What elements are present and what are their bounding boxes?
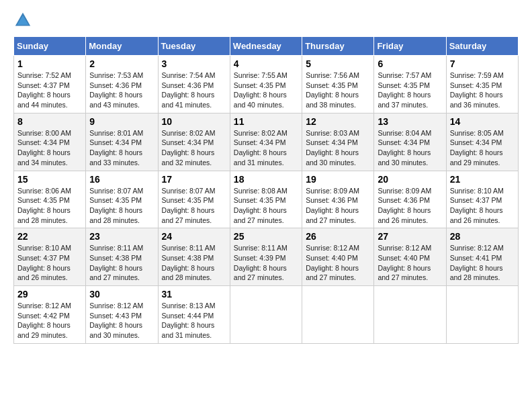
calendar-day-cell: 19 Sunrise: 8:09 AMSunset: 4:36 PMDaylig… bbox=[302, 171, 374, 228]
calendar-day-cell: 29 Sunrise: 8:12 AMSunset: 4:42 PMDaylig… bbox=[14, 286, 86, 344]
day-number: 18 bbox=[234, 174, 298, 185]
calendar-day-cell: 30 Sunrise: 8:12 AMSunset: 4:43 PMDaylig… bbox=[86, 286, 158, 344]
day-number: 17 bbox=[162, 174, 226, 185]
day-number: 30 bbox=[89, 289, 154, 300]
day-number: 29 bbox=[17, 289, 82, 300]
day-number: 23 bbox=[89, 231, 154, 242]
calendar-day-cell: 4 Sunrise: 7:55 AMSunset: 4:35 PMDayligh… bbox=[230, 56, 302, 113]
day-number: 3 bbox=[162, 58, 226, 69]
day-number: 21 bbox=[450, 174, 515, 185]
calendar-week-row: 1 Sunrise: 7:52 AMSunset: 4:37 PMDayligh… bbox=[14, 56, 519, 113]
calendar-day-cell: 1 Sunrise: 7:52 AMSunset: 4:37 PMDayligh… bbox=[14, 56, 86, 113]
day-info: Sunrise: 7:55 AMSunset: 4:35 PMDaylight:… bbox=[234, 71, 287, 109]
calendar-day-cell bbox=[230, 286, 302, 344]
calendar-day-cell: 2 Sunrise: 7:53 AMSunset: 4:36 PMDayligh… bbox=[86, 56, 158, 113]
page-header bbox=[13, 11, 519, 30]
calendar-day-cell bbox=[302, 286, 374, 344]
day-number: 16 bbox=[89, 174, 154, 185]
day-number: 13 bbox=[378, 116, 442, 127]
calendar-day-cell: 12 Sunrise: 8:03 AMSunset: 4:34 PMDaylig… bbox=[302, 113, 374, 171]
day-number: 7 bbox=[450, 58, 515, 69]
calendar-day-header: Saturday bbox=[446, 37, 518, 56]
day-info: Sunrise: 8:13 AMSunset: 4:44 PMDaylight:… bbox=[162, 302, 216, 339]
day-info: Sunrise: 8:11 AMSunset: 4:39 PMDaylight:… bbox=[234, 244, 287, 281]
day-number: 9 bbox=[89, 116, 154, 127]
day-info: Sunrise: 8:07 AMSunset: 4:35 PMDaylight:… bbox=[162, 187, 216, 224]
calendar-week-row: 8 Sunrise: 8:00 AMSunset: 4:34 PMDayligh… bbox=[14, 113, 519, 171]
day-number: 1 bbox=[17, 58, 82, 69]
calendar-day-header: Sunday bbox=[14, 37, 86, 56]
calendar-day-header: Wednesday bbox=[230, 37, 302, 56]
day-info: Sunrise: 8:09 AMSunset: 4:36 PMDaylight:… bbox=[306, 187, 359, 224]
day-number: 8 bbox=[17, 116, 82, 127]
calendar-day-cell: 13 Sunrise: 8:04 AMSunset: 4:34 PMDaylig… bbox=[374, 113, 446, 171]
day-number: 2 bbox=[89, 58, 154, 69]
calendar-day-cell: 17 Sunrise: 8:07 AMSunset: 4:35 PMDaylig… bbox=[158, 171, 230, 228]
day-info: Sunrise: 8:11 AMSunset: 4:38 PMDaylight:… bbox=[162, 244, 216, 281]
day-info: Sunrise: 8:09 AMSunset: 4:36 PMDaylight:… bbox=[378, 187, 431, 224]
calendar-day-cell bbox=[374, 286, 446, 344]
day-info: Sunrise: 7:54 AMSunset: 4:36 PMDaylight:… bbox=[162, 71, 216, 109]
day-info: Sunrise: 7:56 AMSunset: 4:35 PMDaylight:… bbox=[306, 71, 359, 109]
calendar-day-header: Thursday bbox=[302, 37, 374, 56]
day-info: Sunrise: 7:53 AMSunset: 4:36 PMDaylight:… bbox=[89, 71, 143, 109]
day-info: Sunrise: 8:12 AMSunset: 4:43 PMDaylight:… bbox=[89, 302, 143, 339]
day-info: Sunrise: 7:59 AMSunset: 4:35 PMDaylight:… bbox=[450, 71, 504, 109]
day-number: 22 bbox=[17, 231, 82, 242]
day-number: 12 bbox=[306, 116, 370, 127]
day-number: 19 bbox=[306, 174, 370, 185]
calendar-day-cell: 24 Sunrise: 8:11 AMSunset: 4:38 PMDaylig… bbox=[158, 228, 230, 286]
day-info: Sunrise: 8:12 AMSunset: 4:42 PMDaylight:… bbox=[17, 302, 71, 339]
day-number: 28 bbox=[450, 231, 515, 242]
day-info: Sunrise: 8:12 AMSunset: 4:41 PMDaylight:… bbox=[450, 244, 504, 281]
day-info: Sunrise: 8:10 AMSunset: 4:37 PMDaylight:… bbox=[17, 244, 71, 281]
calendar-day-cell: 31 Sunrise: 8:13 AMSunset: 4:44 PMDaylig… bbox=[158, 286, 230, 344]
day-number: 31 bbox=[162, 289, 226, 300]
calendar-day-cell: 14 Sunrise: 8:05 AMSunset: 4:34 PMDaylig… bbox=[446, 113, 518, 171]
day-info: Sunrise: 8:11 AMSunset: 4:38 PMDaylight:… bbox=[89, 244, 143, 281]
day-info: Sunrise: 8:04 AMSunset: 4:34 PMDaylight:… bbox=[378, 129, 431, 167]
calendar-week-row: 29 Sunrise: 8:12 AMSunset: 4:42 PMDaylig… bbox=[14, 286, 519, 344]
day-number: 27 bbox=[378, 231, 442, 242]
logo bbox=[13, 11, 35, 30]
day-info: Sunrise: 8:00 AMSunset: 4:34 PMDaylight:… bbox=[17, 129, 71, 167]
calendar-day-header: Monday bbox=[86, 37, 158, 56]
day-info: Sunrise: 8:06 AMSunset: 4:35 PMDaylight:… bbox=[17, 187, 71, 224]
day-info: Sunrise: 8:05 AMSunset: 4:34 PMDaylight:… bbox=[450, 129, 504, 167]
logo-icon bbox=[13, 11, 32, 30]
day-info: Sunrise: 8:02 AMSunset: 4:34 PMDaylight:… bbox=[234, 129, 287, 167]
calendar-day-cell: 20 Sunrise: 8:09 AMSunset: 4:36 PMDaylig… bbox=[374, 171, 446, 228]
day-number: 20 bbox=[378, 174, 442, 185]
calendar-day-cell: 21 Sunrise: 8:10 AMSunset: 4:37 PMDaylig… bbox=[446, 171, 518, 228]
calendar-day-cell: 16 Sunrise: 8:07 AMSunset: 4:35 PMDaylig… bbox=[86, 171, 158, 228]
day-info: Sunrise: 8:12 AMSunset: 4:40 PMDaylight:… bbox=[306, 244, 359, 281]
day-info: Sunrise: 8:12 AMSunset: 4:40 PMDaylight:… bbox=[378, 244, 431, 281]
day-number: 5 bbox=[306, 58, 370, 69]
day-number: 26 bbox=[306, 231, 370, 242]
day-number: 4 bbox=[234, 58, 298, 69]
calendar-day-cell: 15 Sunrise: 8:06 AMSunset: 4:35 PMDaylig… bbox=[14, 171, 86, 228]
day-number: 15 bbox=[17, 174, 82, 185]
calendar-table: SundayMondayTuesdayWednesdayThursdayFrid… bbox=[13, 36, 519, 344]
calendar-day-cell: 8 Sunrise: 8:00 AMSunset: 4:34 PMDayligh… bbox=[14, 113, 86, 171]
calendar-header-row: SundayMondayTuesdayWednesdayThursdayFrid… bbox=[14, 37, 519, 56]
day-info: Sunrise: 8:02 AMSunset: 4:34 PMDaylight:… bbox=[162, 129, 216, 167]
calendar-day-cell: 9 Sunrise: 8:01 AMSunset: 4:34 PMDayligh… bbox=[86, 113, 158, 171]
day-info: Sunrise: 8:10 AMSunset: 4:37 PMDaylight:… bbox=[450, 187, 504, 224]
calendar-day-cell: 25 Sunrise: 8:11 AMSunset: 4:39 PMDaylig… bbox=[230, 228, 302, 286]
calendar-day-cell: 23 Sunrise: 8:11 AMSunset: 4:38 PMDaylig… bbox=[86, 228, 158, 286]
calendar-day-cell: 22 Sunrise: 8:10 AMSunset: 4:37 PMDaylig… bbox=[14, 228, 86, 286]
day-info: Sunrise: 7:52 AMSunset: 4:37 PMDaylight:… bbox=[17, 71, 71, 109]
day-number: 11 bbox=[234, 116, 298, 127]
calendar-day-cell bbox=[446, 286, 518, 344]
calendar-day-header: Friday bbox=[374, 37, 446, 56]
calendar-week-row: 15 Sunrise: 8:06 AMSunset: 4:35 PMDaylig… bbox=[14, 171, 519, 228]
calendar-day-header: Tuesday bbox=[158, 37, 230, 56]
day-number: 14 bbox=[450, 116, 515, 127]
day-number: 10 bbox=[162, 116, 226, 127]
calendar-day-cell: 28 Sunrise: 8:12 AMSunset: 4:41 PMDaylig… bbox=[446, 228, 518, 286]
day-info: Sunrise: 7:57 AMSunset: 4:35 PMDaylight:… bbox=[378, 71, 431, 109]
day-info: Sunrise: 8:01 AMSunset: 4:34 PMDaylight:… bbox=[89, 129, 143, 167]
calendar-week-row: 22 Sunrise: 8:10 AMSunset: 4:37 PMDaylig… bbox=[14, 228, 519, 286]
calendar-day-cell: 7 Sunrise: 7:59 AMSunset: 4:35 PMDayligh… bbox=[446, 56, 518, 113]
